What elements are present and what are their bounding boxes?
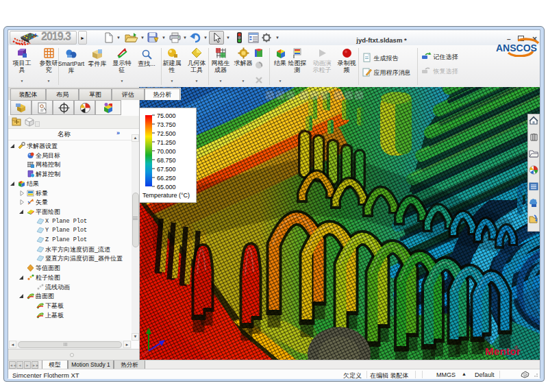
svg-text:ANSCOS: ANSCOS (496, 42, 537, 53)
svg-text:72.500: 72.500 (157, 130, 176, 137)
svg-text:Temperature (°C): Temperature (°C) (142, 192, 190, 199)
svg-text:71.250: 71.250 (157, 139, 176, 146)
svg-text:68.750: 68.750 (157, 157, 176, 164)
svg-text:65.000: 65.000 (157, 184, 176, 191)
svg-text:75.000: 75.000 (157, 112, 176, 119)
svg-text:66.250: 66.250 (157, 175, 176, 182)
svg-text:®: ® (514, 345, 519, 350)
svg-text:73.750: 73.750 (157, 121, 176, 128)
svg-text:70.000: 70.000 (157, 148, 176, 155)
svg-text:67.500: 67.500 (157, 166, 176, 173)
